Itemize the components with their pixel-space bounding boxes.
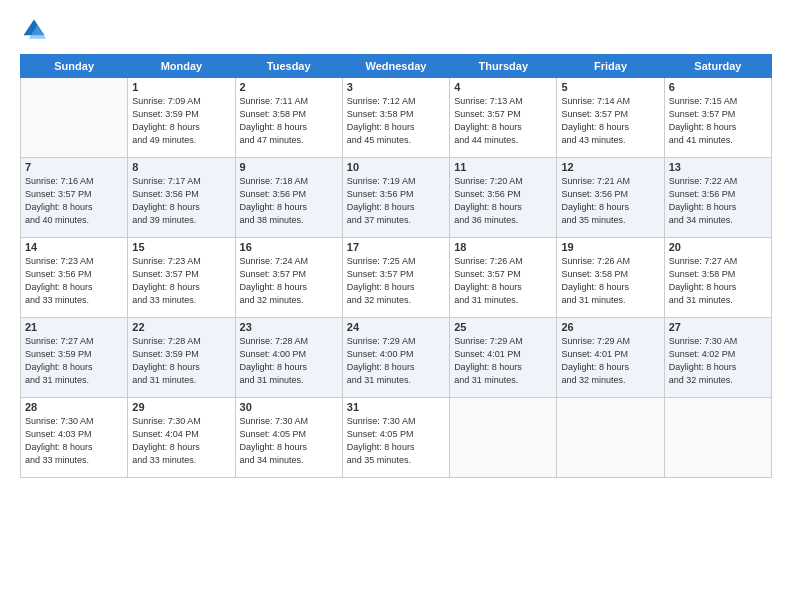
calendar-day-cell — [664, 398, 771, 478]
calendar-day-cell: 6Sunrise: 7:15 AMSunset: 3:57 PMDaylight… — [664, 78, 771, 158]
day-number: 10 — [347, 161, 445, 173]
day-info: Sunrise: 7:13 AMSunset: 3:57 PMDaylight:… — [454, 95, 552, 147]
day-info: Sunrise: 7:27 AMSunset: 3:59 PMDaylight:… — [25, 335, 123, 387]
day-number: 28 — [25, 401, 123, 413]
day-info: Sunrise: 7:30 AMSunset: 4:05 PMDaylight:… — [347, 415, 445, 467]
day-info: Sunrise: 7:15 AMSunset: 3:57 PMDaylight:… — [669, 95, 767, 147]
col-header-saturday: Saturday — [664, 55, 771, 78]
calendar-day-cell: 7Sunrise: 7:16 AMSunset: 3:57 PMDaylight… — [21, 158, 128, 238]
day-info: Sunrise: 7:18 AMSunset: 3:56 PMDaylight:… — [240, 175, 338, 227]
day-info: Sunrise: 7:14 AMSunset: 3:57 PMDaylight:… — [561, 95, 659, 147]
day-info: Sunrise: 7:23 AMSunset: 3:56 PMDaylight:… — [25, 255, 123, 307]
day-number: 13 — [669, 161, 767, 173]
day-info: Sunrise: 7:21 AMSunset: 3:56 PMDaylight:… — [561, 175, 659, 227]
calendar-day-cell: 27Sunrise: 7:30 AMSunset: 4:02 PMDayligh… — [664, 318, 771, 398]
col-header-sunday: Sunday — [21, 55, 128, 78]
calendar-day-cell — [21, 78, 128, 158]
day-info: Sunrise: 7:20 AMSunset: 3:56 PMDaylight:… — [454, 175, 552, 227]
calendar-day-cell: 22Sunrise: 7:28 AMSunset: 3:59 PMDayligh… — [128, 318, 235, 398]
calendar-day-cell: 9Sunrise: 7:18 AMSunset: 3:56 PMDaylight… — [235, 158, 342, 238]
day-info: Sunrise: 7:28 AMSunset: 4:00 PMDaylight:… — [240, 335, 338, 387]
day-number: 17 — [347, 241, 445, 253]
calendar-day-cell: 24Sunrise: 7:29 AMSunset: 4:00 PMDayligh… — [342, 318, 449, 398]
day-number: 21 — [25, 321, 123, 333]
day-info: Sunrise: 7:26 AMSunset: 3:58 PMDaylight:… — [561, 255, 659, 307]
day-info: Sunrise: 7:30 AMSunset: 4:05 PMDaylight:… — [240, 415, 338, 467]
day-number: 7 — [25, 161, 123, 173]
logo-icon — [20, 16, 48, 44]
header — [20, 16, 772, 44]
day-info: Sunrise: 7:26 AMSunset: 3:57 PMDaylight:… — [454, 255, 552, 307]
col-header-wednesday: Wednesday — [342, 55, 449, 78]
calendar-week-row: 14Sunrise: 7:23 AMSunset: 3:56 PMDayligh… — [21, 238, 772, 318]
day-number: 24 — [347, 321, 445, 333]
col-header-tuesday: Tuesday — [235, 55, 342, 78]
day-info: Sunrise: 7:23 AMSunset: 3:57 PMDaylight:… — [132, 255, 230, 307]
calendar-day-cell: 21Sunrise: 7:27 AMSunset: 3:59 PMDayligh… — [21, 318, 128, 398]
day-info: Sunrise: 7:30 AMSunset: 4:02 PMDaylight:… — [669, 335, 767, 387]
calendar-day-cell: 15Sunrise: 7:23 AMSunset: 3:57 PMDayligh… — [128, 238, 235, 318]
calendar-day-cell — [450, 398, 557, 478]
calendar-day-cell: 26Sunrise: 7:29 AMSunset: 4:01 PMDayligh… — [557, 318, 664, 398]
calendar-day-cell: 8Sunrise: 7:17 AMSunset: 3:56 PMDaylight… — [128, 158, 235, 238]
calendar-week-row: 21Sunrise: 7:27 AMSunset: 3:59 PMDayligh… — [21, 318, 772, 398]
col-header-friday: Friday — [557, 55, 664, 78]
calendar-day-cell: 29Sunrise: 7:30 AMSunset: 4:04 PMDayligh… — [128, 398, 235, 478]
calendar-day-cell: 1Sunrise: 7:09 AMSunset: 3:59 PMDaylight… — [128, 78, 235, 158]
day-info: Sunrise: 7:09 AMSunset: 3:59 PMDaylight:… — [132, 95, 230, 147]
calendar-day-cell: 20Sunrise: 7:27 AMSunset: 3:58 PMDayligh… — [664, 238, 771, 318]
day-number: 11 — [454, 161, 552, 173]
calendar-day-cell: 17Sunrise: 7:25 AMSunset: 3:57 PMDayligh… — [342, 238, 449, 318]
calendar-day-cell: 16Sunrise: 7:24 AMSunset: 3:57 PMDayligh… — [235, 238, 342, 318]
calendar-day-cell: 18Sunrise: 7:26 AMSunset: 3:57 PMDayligh… — [450, 238, 557, 318]
day-info: Sunrise: 7:24 AMSunset: 3:57 PMDaylight:… — [240, 255, 338, 307]
calendar-week-row: 7Sunrise: 7:16 AMSunset: 3:57 PMDaylight… — [21, 158, 772, 238]
calendar-day-cell: 31Sunrise: 7:30 AMSunset: 4:05 PMDayligh… — [342, 398, 449, 478]
calendar-day-cell: 30Sunrise: 7:30 AMSunset: 4:05 PMDayligh… — [235, 398, 342, 478]
day-info: Sunrise: 7:28 AMSunset: 3:59 PMDaylight:… — [132, 335, 230, 387]
day-number: 23 — [240, 321, 338, 333]
day-number: 4 — [454, 81, 552, 93]
day-info: Sunrise: 7:12 AMSunset: 3:58 PMDaylight:… — [347, 95, 445, 147]
day-number: 14 — [25, 241, 123, 253]
day-number: 18 — [454, 241, 552, 253]
calendar-table: SundayMondayTuesdayWednesdayThursdayFrid… — [20, 54, 772, 478]
day-number: 30 — [240, 401, 338, 413]
day-number: 25 — [454, 321, 552, 333]
day-info: Sunrise: 7:11 AMSunset: 3:58 PMDaylight:… — [240, 95, 338, 147]
day-number: 27 — [669, 321, 767, 333]
calendar-day-cell: 23Sunrise: 7:28 AMSunset: 4:00 PMDayligh… — [235, 318, 342, 398]
calendar-day-cell: 14Sunrise: 7:23 AMSunset: 3:56 PMDayligh… — [21, 238, 128, 318]
day-info: Sunrise: 7:19 AMSunset: 3:56 PMDaylight:… — [347, 175, 445, 227]
day-info: Sunrise: 7:16 AMSunset: 3:57 PMDaylight:… — [25, 175, 123, 227]
day-info: Sunrise: 7:27 AMSunset: 3:58 PMDaylight:… — [669, 255, 767, 307]
day-info: Sunrise: 7:25 AMSunset: 3:57 PMDaylight:… — [347, 255, 445, 307]
day-number: 16 — [240, 241, 338, 253]
day-info: Sunrise: 7:29 AMSunset: 4:01 PMDaylight:… — [454, 335, 552, 387]
logo — [20, 16, 52, 44]
calendar-day-cell: 11Sunrise: 7:20 AMSunset: 3:56 PMDayligh… — [450, 158, 557, 238]
day-info: Sunrise: 7:29 AMSunset: 4:01 PMDaylight:… — [561, 335, 659, 387]
day-number: 15 — [132, 241, 230, 253]
page: SundayMondayTuesdayWednesdayThursdayFrid… — [0, 0, 792, 612]
calendar-day-cell: 13Sunrise: 7:22 AMSunset: 3:56 PMDayligh… — [664, 158, 771, 238]
day-info: Sunrise: 7:22 AMSunset: 3:56 PMDaylight:… — [669, 175, 767, 227]
day-info: Sunrise: 7:30 AMSunset: 4:04 PMDaylight:… — [132, 415, 230, 467]
day-info: Sunrise: 7:17 AMSunset: 3:56 PMDaylight:… — [132, 175, 230, 227]
day-number: 3 — [347, 81, 445, 93]
col-header-monday: Monday — [128, 55, 235, 78]
calendar-week-row: 28Sunrise: 7:30 AMSunset: 4:03 PMDayligh… — [21, 398, 772, 478]
day-number: 9 — [240, 161, 338, 173]
day-number: 5 — [561, 81, 659, 93]
col-header-thursday: Thursday — [450, 55, 557, 78]
day-number: 1 — [132, 81, 230, 93]
calendar-day-cell: 19Sunrise: 7:26 AMSunset: 3:58 PMDayligh… — [557, 238, 664, 318]
calendar-day-cell: 28Sunrise: 7:30 AMSunset: 4:03 PMDayligh… — [21, 398, 128, 478]
calendar-day-cell: 25Sunrise: 7:29 AMSunset: 4:01 PMDayligh… — [450, 318, 557, 398]
calendar-day-cell: 5Sunrise: 7:14 AMSunset: 3:57 PMDaylight… — [557, 78, 664, 158]
day-number: 22 — [132, 321, 230, 333]
day-number: 20 — [669, 241, 767, 253]
day-number: 2 — [240, 81, 338, 93]
day-number: 12 — [561, 161, 659, 173]
day-number: 29 — [132, 401, 230, 413]
